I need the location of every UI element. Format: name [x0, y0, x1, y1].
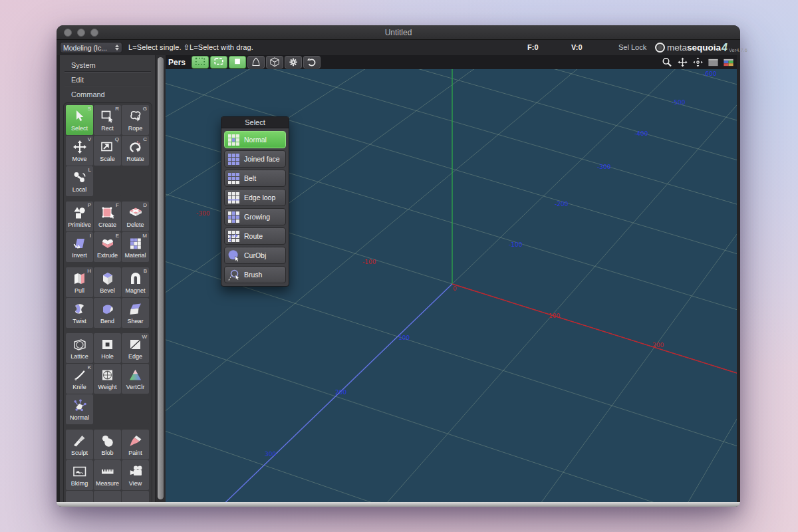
tool-create[interactable]: CreateF [94, 201, 121, 231]
quad-view-icon[interactable] [722, 57, 735, 68]
main-column: Pers -600-500-400-300-200-100100200300-3… [166, 55, 737, 502]
vertex-select-toggle[interactable] [192, 56, 209, 68]
single-view-icon[interactable] [707, 57, 720, 68]
tool-label: Invert [72, 252, 87, 259]
zoom-view-icon[interactable] [661, 57, 674, 68]
pull-icon [71, 269, 88, 287]
tool-paint[interactable]: Paint [122, 430, 149, 460]
tool-move[interactable]: MoveV [66, 136, 93, 166]
invert-icon [71, 234, 88, 252]
select-mode-brush[interactable]: Brush [224, 266, 286, 283]
tool-view[interactable]: View [122, 460, 149, 490]
bend-icon [99, 300, 116, 318]
sel-lines-icon [212, 57, 225, 68]
tool-bend[interactable]: Bend [94, 298, 121, 328]
scrollbar-thumb[interactable] [158, 57, 164, 499]
tool-sculpt[interactable]: Sculpt [66, 430, 93, 460]
grid-route-icon [227, 230, 240, 243]
tool-shortcut: R [115, 106, 119, 112]
select-mode-belt[interactable]: Belt [224, 170, 286, 187]
tool-shortcut: I [90, 233, 91, 239]
edge-select-toggle[interactable] [210, 56, 227, 68]
tool-knife[interactable]: KnifeK [66, 364, 93, 394]
view-mode-label[interactable]: Pers [168, 58, 186, 67]
tool-shortcut: F [116, 202, 119, 208]
tool-vertclr[interactable]: VertClr [122, 364, 149, 394]
object-display-button[interactable] [266, 56, 283, 68]
tool-shortcut: M [142, 233, 147, 239]
mode-select-dropdown[interactable]: Modeling (Ic... [60, 42, 122, 53]
select-subpanel-title[interactable]: Select [221, 117, 289, 128]
tool-shortcut: L [88, 167, 91, 173]
tool-shortcut: B [144, 268, 147, 274]
tool-normal[interactable]: Normal [66, 394, 93, 424]
select-mode-edge-loop[interactable]: Edge loop [224, 189, 286, 206]
smooth-preview-button[interactable] [247, 56, 265, 68]
logo-text-4: 4 [722, 42, 728, 54]
settings-button[interactable] [285, 56, 302, 68]
tool-label: Bend [100, 318, 114, 325]
tool-local[interactable]: LocalL [66, 166, 93, 196]
select-mode-label: Joined face [244, 155, 280, 163]
dome-icon [249, 57, 263, 68]
select-mode-growing[interactable]: Growing [224, 208, 286, 225]
cube-icon [268, 57, 281, 68]
select-mode-route[interactable]: Route [224, 227, 286, 245]
tool-rope[interactable]: RopeG [122, 105, 149, 135]
tool-blob[interactable]: Blob [94, 430, 121, 460]
sel-lock-toggle[interactable]: Sel Lock [618, 40, 646, 55]
tool-weight[interactable]: Weight [94, 364, 121, 394]
sidebar-section-edit[interactable]: Edit [71, 76, 155, 84]
tool-rect[interactable]: RectR [94, 105, 121, 135]
partial-b-icon [99, 493, 116, 502]
face-select-toggle[interactable] [229, 56, 246, 68]
tool-edge[interactable]: EdgeW [122, 333, 149, 363]
tool-group-4: SculptBlobPaintBkImgMeasureView [66, 430, 150, 502]
tool-label: Blob [101, 450, 113, 457]
tool-measure[interactable]: Measure [94, 460, 121, 490]
extrude-icon [99, 234, 116, 252]
refresh-button[interactable] [303, 56, 321, 68]
tool-twist[interactable]: Twist [66, 298, 93, 328]
pan-view-icon[interactable] [676, 57, 689, 68]
tool-pull[interactable]: PullH [66, 267, 93, 297]
window-titlebar[interactable]: Untitled [57, 25, 740, 40]
tool-bevel[interactable]: Bevel [94, 267, 121, 297]
orbit-view-icon[interactable] [692, 57, 704, 68]
tool-hole[interactable]: Hole [94, 333, 121, 363]
tool-shortcut: Q [115, 136, 119, 142]
select-mode-normal[interactable]: Normal [224, 131, 286, 148]
tool-partial-b[interactable] [94, 491, 121, 502]
tool-bkimg[interactable]: BkImg [66, 460, 93, 490]
face-count: F:0 [527, 40, 539, 55]
tool-invert[interactable]: InvertI [66, 232, 93, 262]
tool-label: Extrude [97, 252, 118, 259]
mouse-hint-text: L=Select single. ⇧L=Select with drag. [128, 43, 253, 52]
sidebar-section-command[interactable]: Command [71, 90, 155, 98]
tool-lattice[interactable]: Lattice [66, 333, 93, 363]
axis-label-x-200: 200 [652, 342, 664, 348]
sidebar-section-system[interactable]: System [71, 61, 155, 69]
select-mode-curobj[interactable]: CurObj [224, 247, 286, 264]
tool-magnet[interactable]: MagnetB [122, 267, 149, 297]
select-mode-joined-face[interactable]: Joined face [224, 150, 286, 168]
tool-material[interactable]: MaterialM [122, 232, 149, 262]
tool-extrude[interactable]: ExtrudeE [94, 232, 121, 262]
axis-label-x-100: 100 [549, 313, 560, 319]
tool-shear[interactable]: Shear [122, 298, 149, 328]
viewport-3d[interactable]: -600-500-400-300-200-100100200300-300-10… [166, 69, 737, 502]
tool-scale[interactable]: ScaleQ [94, 136, 121, 166]
tool-partial-c[interactable] [122, 491, 149, 502]
axis-label-z--400: -400 [634, 130, 648, 137]
tool-primitive[interactable]: PrimitiveP [66, 201, 93, 231]
sidebar: System Edit Command SelectSRectRRopeGMov… [60, 55, 155, 502]
tool-select[interactable]: SelectS [66, 105, 93, 135]
sidebar-scrollbar[interactable] [155, 55, 166, 502]
tool-delete[interactable]: DeleteD [122, 201, 149, 231]
tool-rotate[interactable]: RotateC [122, 136, 149, 166]
move-icon [71, 138, 88, 156]
tool-label: Local [72, 186, 87, 194]
axis-label-z-200: 200 [335, 389, 346, 396]
tool-partial-a[interactable] [66, 491, 93, 502]
local-icon [71, 168, 88, 186]
